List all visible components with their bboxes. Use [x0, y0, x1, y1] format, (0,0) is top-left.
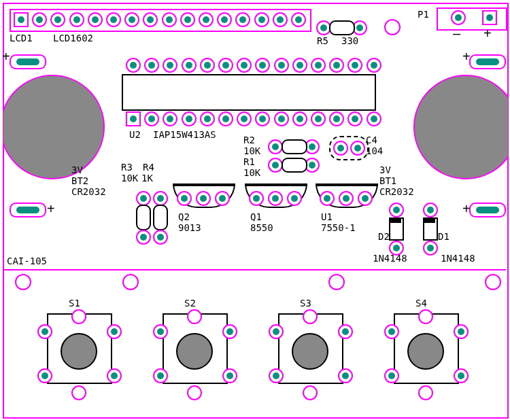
r3-pad2	[136, 230, 151, 245]
switch-pad	[37, 324, 52, 339]
switch-hole	[418, 309, 433, 324]
c4-ref: C4	[366, 135, 377, 145]
switch-hole	[303, 385, 318, 400]
r4-value: 1K	[141, 173, 153, 183]
r2-pad1	[268, 139, 283, 154]
switch-pad	[454, 368, 469, 383]
u2-pad-top-10	[292, 58, 307, 73]
bt1-body	[413, 75, 510, 179]
p1-minus-pad	[451, 10, 466, 25]
lcd-pad-1	[14, 12, 29, 27]
u2-part: IAP15W413AS	[153, 129, 216, 140]
switch-pad	[384, 324, 399, 339]
switch-cap	[407, 333, 444, 370]
bt2-plus-bot: +	[47, 201, 55, 217]
mounting-hole	[485, 274, 501, 290]
q1-pad2	[268, 191, 283, 206]
bt1-part: CR2032	[379, 186, 414, 197]
bt2-part: CR2032	[71, 186, 106, 197]
u1-pad2	[339, 191, 354, 206]
switch-hole	[187, 309, 202, 324]
lcd-pad-6	[106, 12, 121, 27]
u1-part: 7550-1	[321, 222, 356, 233]
bt2-plus-top: +	[2, 49, 10, 65]
lcd-pad-5	[88, 12, 103, 27]
bt1-ref: BT1	[379, 175, 396, 186]
switch-pad	[153, 324, 168, 339]
u2-pad-bot-9	[274, 111, 289, 126]
switch-cap	[176, 333, 213, 370]
switch-pad	[37, 368, 52, 383]
u2-pad-top-5	[200, 58, 215, 73]
lcd-pad-14	[254, 12, 269, 27]
r1-pad1	[268, 158, 283, 173]
r2-ref: R2	[243, 135, 255, 145]
bt1-plus-top: +	[462, 49, 471, 65]
bt1-voltage: 3V	[379, 164, 391, 175]
q1-pad3	[287, 191, 302, 206]
mounting-hole	[15, 274, 31, 290]
switch-pad	[384, 368, 399, 383]
lcd-pad-9	[162, 12, 177, 27]
d1-pad1	[423, 203, 438, 217]
q1-pad1	[249, 191, 264, 206]
mounting-hole	[328, 274, 345, 290]
switch-pad	[454, 324, 469, 339]
r4-ref: R4	[143, 162, 154, 173]
bt2-voltage: 3V	[71, 164, 83, 175]
bt1-pad-bot	[469, 203, 506, 217]
p1-plus-pad	[482, 10, 497, 25]
bt2-ref: BT2	[71, 175, 88, 186]
u1-pad3	[358, 191, 373, 206]
switch-hole	[187, 385, 202, 400]
bt1-pad-top	[469, 54, 506, 69]
board-id: CAI-105	[7, 256, 47, 266]
d2-ref: D2	[378, 231, 390, 242]
u2-pad-bot-10	[292, 111, 307, 126]
bt1-plus-bot: +	[462, 201, 471, 217]
q1-top	[245, 183, 307, 186]
d1-band	[423, 217, 435, 223]
u1-top	[316, 183, 378, 186]
u1-pad1	[320, 191, 335, 206]
q2-pad2	[196, 191, 211, 206]
pcb-layout: // placeholder for pads generated below …	[0, 0, 510, 420]
d1-part: 1N4148	[441, 253, 475, 264]
u2-pad-bot-1	[126, 111, 141, 126]
r4-pad1	[153, 191, 168, 206]
switch-label: S1	[69, 298, 80, 309]
switch-pad	[107, 324, 122, 339]
lcd-ref: LCD1	[10, 33, 33, 43]
lcd-pad-11	[199, 12, 214, 27]
q2-part: 9013	[178, 222, 201, 233]
u2-pad-bot-11	[311, 111, 326, 126]
u1-ref: U1	[321, 211, 333, 222]
switch-pad	[269, 368, 284, 383]
bt2-pad-top	[10, 54, 46, 69]
r1-value: 10K	[243, 167, 260, 178]
u2-pad-top-14	[367, 58, 381, 73]
r2-body	[282, 139, 307, 154]
c4-value: 104	[366, 145, 383, 156]
d2-pad1	[389, 203, 404, 217]
u2-pad-top-4	[182, 58, 197, 73]
r2-value: 10K	[243, 145, 260, 156]
r5-value: 330	[341, 35, 358, 46]
d1-pad2	[423, 241, 438, 256]
q2-ref: Q2	[178, 211, 190, 222]
switch-hole	[71, 385, 86, 400]
d2-band	[389, 217, 401, 223]
p1-minus: –	[453, 26, 460, 41]
r3-value: 10K	[121, 173, 138, 183]
bt2-body	[0, 75, 105, 179]
q2-top	[173, 183, 235, 186]
c4-body	[329, 136, 369, 160]
switch-pad	[269, 324, 284, 339]
u2-pad-bot-6	[218, 111, 233, 126]
switch-pad	[222, 368, 237, 383]
r3-ref: R3	[121, 162, 133, 173]
r5-body	[329, 20, 355, 35]
u2-pad-top-11	[311, 58, 326, 73]
switch-label: S3	[300, 298, 311, 309]
q1-ref: Q1	[250, 211, 262, 222]
